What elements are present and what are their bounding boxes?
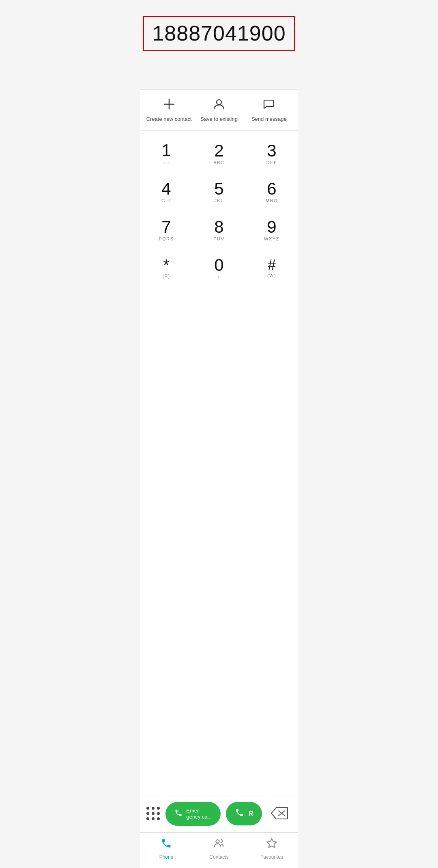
dialpad: 1 ○○ 2 ABC 3 DEF 4 GHI 5 JKL 6 MNO 7 PQR… bbox=[140, 131, 298, 797]
key-hash-letters: (W) bbox=[267, 273, 276, 279]
key-9[interactable]: 9 WXYZ bbox=[245, 211, 298, 249]
key-5-num: 5 bbox=[214, 180, 223, 197]
key-2-num: 2 bbox=[214, 142, 223, 159]
key-star[interactable]: * (P) bbox=[140, 249, 193, 287]
dialpad-grid: 1 ○○ 2 ABC 3 DEF 4 GHI 5 JKL 6 MNO 7 PQR… bbox=[140, 135, 298, 287]
create-new-contact-button[interactable]: Create new contact bbox=[144, 98, 194, 122]
key-9-letters: WXYZ bbox=[264, 236, 279, 242]
key-6-num: 6 bbox=[267, 180, 276, 197]
plus-icon bbox=[163, 98, 176, 113]
svg-marker-7 bbox=[267, 838, 276, 847]
key-7[interactable]: 7 PQRS bbox=[140, 211, 193, 249]
dot bbox=[157, 807, 160, 810]
key-3-letters: DEF bbox=[266, 160, 277, 166]
call-icon bbox=[235, 808, 245, 820]
key-2-letters: ABC bbox=[213, 160, 224, 166]
key-4[interactable]: 4 GHI bbox=[140, 173, 193, 211]
action-row: Create new contact Save to existing Send… bbox=[140, 89, 298, 131]
dot bbox=[146, 807, 149, 810]
key-0-letters: + bbox=[217, 274, 221, 280]
dialpad-toggle-button[interactable] bbox=[146, 807, 160, 821]
svg-point-2 bbox=[217, 100, 221, 105]
key-8-num: 8 bbox=[214, 219, 223, 236]
nav-favourites-label: Favourites bbox=[260, 854, 283, 860]
key-5-letters: JKL bbox=[214, 198, 223, 204]
dot bbox=[146, 812, 149, 815]
bottom-actions-bar: 1 Emer-gency ca... R bbox=[140, 797, 298, 832]
key-6-letters: MNO bbox=[266, 198, 278, 204]
dot bbox=[152, 817, 155, 820]
nav-favourites[interactable]: Favourites bbox=[245, 838, 298, 860]
key-1-num: 1 bbox=[161, 142, 171, 159]
key-5[interactable]: 5 JKL bbox=[193, 173, 245, 211]
phone-number[interactable]: 18887041900 bbox=[143, 16, 294, 51]
key-star-letters: (P) bbox=[162, 274, 170, 279]
dot bbox=[152, 812, 155, 815]
dot bbox=[152, 807, 155, 810]
key-4-letters: GHI bbox=[161, 198, 171, 204]
star-nav-icon bbox=[266, 838, 277, 852]
nav-contacts[interactable]: Contacts bbox=[193, 838, 245, 860]
svg-point-6 bbox=[216, 840, 219, 843]
call-button[interactable]: R bbox=[226, 802, 262, 825]
key-6[interactable]: 6 MNO bbox=[245, 173, 298, 211]
backspace-button[interactable] bbox=[267, 804, 292, 824]
phone-call-icon: 1 bbox=[174, 809, 182, 819]
person-icon bbox=[213, 98, 225, 113]
key-4-num: 4 bbox=[161, 180, 171, 197]
key-star-num: * bbox=[163, 257, 170, 273]
dot bbox=[157, 812, 160, 815]
key-8-letters: TUV bbox=[214, 236, 225, 242]
nav-phone-label: Phone bbox=[159, 854, 174, 860]
contacts-nav-icon bbox=[213, 838, 225, 852]
emergency-call-label: Emer-gency ca... bbox=[187, 808, 212, 820]
send-message-label: Send message bbox=[251, 116, 287, 122]
key-hash[interactable]: # (W) bbox=[245, 249, 298, 287]
key-0[interactable]: 0 + bbox=[193, 249, 245, 287]
call-r-label: R bbox=[249, 810, 253, 817]
key-7-num: 7 bbox=[161, 219, 171, 236]
phone-display-area: 18887041900 bbox=[140, 0, 298, 89]
key-7-letters: PQRS bbox=[159, 236, 174, 242]
emergency-call-button[interactable]: 1 Emer-gency ca... bbox=[165, 802, 221, 826]
message-icon bbox=[262, 98, 275, 113]
svg-text:1: 1 bbox=[177, 810, 179, 812]
key-hash-num: # bbox=[268, 258, 276, 272]
create-new-contact-label: Create new contact bbox=[146, 116, 192, 122]
nav-contacts-label: Contacts bbox=[209, 854, 228, 860]
key-3-num: 3 bbox=[267, 142, 276, 159]
key-0-num: 0 bbox=[214, 257, 223, 274]
key-2[interactable]: 2 ABC bbox=[193, 135, 245, 173]
bottom-nav: Phone Contacts Favourites bbox=[140, 832, 298, 868]
nav-phone[interactable]: Phone bbox=[140, 838, 193, 860]
key-1[interactable]: 1 ○○ bbox=[140, 135, 193, 173]
backspace-icon bbox=[271, 807, 288, 820]
send-message-button[interactable]: Send message bbox=[244, 98, 294, 122]
dot bbox=[146, 817, 149, 820]
key-1-letters: ○○ bbox=[162, 160, 170, 166]
key-3[interactable]: 3 DEF bbox=[245, 135, 298, 173]
key-9-num: 9 bbox=[267, 219, 276, 236]
save-to-existing-button[interactable]: Save to existing bbox=[194, 98, 244, 122]
phone-nav-icon bbox=[161, 838, 172, 852]
save-to-existing-label: Save to existing bbox=[200, 116, 238, 122]
key-8[interactable]: 8 TUV bbox=[193, 211, 245, 249]
dot bbox=[157, 817, 160, 820]
